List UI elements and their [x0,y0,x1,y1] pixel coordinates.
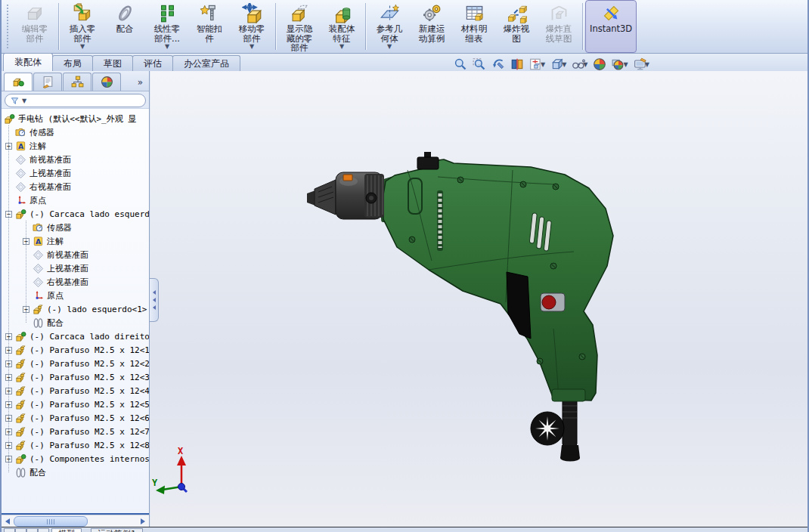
handle-cap[interactable] [552,389,585,401]
tree-item[interactable]: 原点 [2,289,149,302]
view-view-settings-button[interactable]: ▼ [634,57,649,71]
tree-item-label: (-) Parafuso M2.5 x 12<5> [29,400,149,410]
view-hide-show-items-button[interactable]: ▼ [572,57,587,71]
cord-hanger-disc[interactable] [531,412,564,445]
tree-item[interactable]: 手电钻 (默认<<默认>_外观 显 [2,112,149,125]
bill-of-materials-icon [464,3,485,23]
motion-nav-button[interactable] [26,528,38,532]
view-zoom-to-area-button[interactable] [473,57,486,71]
tree-item-label: 配合 [29,467,46,478]
view-edit-appearance-button[interactable] [593,57,606,71]
toolbar-button-explode-line-sketch[interactable]: 爆炸直 线草图 [538,0,580,53]
tree-item[interactable]: +(-) Parafuso M2.5 x 12<3> [2,370,149,384]
tree-item[interactable]: +(-) Parafuso M2.5 x 12<2> [2,357,149,370]
tree-item[interactable]: +(-) Parafuso M2.5 x 12<6> [2,411,149,425]
tree-item[interactable]: 右视基准面 [2,180,149,193]
view-apply-scene-button[interactable]: ▼ [612,57,628,71]
t-asm-icon [15,453,26,465]
tree-item[interactable]: 前视基准面 [2,153,149,166]
top-switch[interactable] [417,152,439,169]
lock-button[interactable] [541,293,565,311]
tree-item[interactable]: +(-) Parafuso M2.5 x 12<4> [2,384,149,397]
toolbar-button-exploded-view[interactable]: 爆炸视 图 [495,0,538,53]
motion-nav-button[interactable] [4,528,15,532]
dropdown-arrow-icon[interactable]: ▼ [250,44,254,49]
toolbar-button-instant3d[interactable]: Instant3D [585,0,637,53]
tree-item[interactable]: +(-) Parafuso M2.5 x 12<5> [2,397,149,411]
toolbar-button-reference-geometry[interactable]: 参考几 何体▼ [368,0,411,53]
toolbar-button-move-component[interactable]: 移动零 部件▼ [231,0,273,53]
tree-item[interactable]: +(-) Carcaca lado direito< [2,329,149,343]
tab-evaluate[interactable]: 评估 [132,55,173,71]
chuck[interactable] [307,172,384,219]
tree-item[interactable]: 配合 [2,316,149,329]
scroll-left-button[interactable] [2,516,14,527]
tree-item[interactable]: 前视基准面 [2,248,149,261]
dropdown-arrow-icon[interactable]: ▼ [387,44,392,49]
toolbar-button-smart-fasteners[interactable]: 智能扣 件 [188,0,231,53]
panel-splitter-handle[interactable] [150,278,159,322]
tree-item[interactable]: +(-) Parafuso M2.5 x 12<7> [2,425,149,438]
manager-tabs-overflow[interactable]: » [138,77,147,91]
tree-item[interactable]: 原点 [2,193,149,207]
manager-tab-display-manager[interactable] [92,73,121,91]
bottom-tab-motion-study-1[interactable]: 运动算例1 [91,528,143,532]
view-view-orientation-button[interactable]: ▼ [529,57,545,71]
filter-dropdown-icon[interactable]: ▼ [22,97,26,104]
tree-item[interactable]: 右视基准面 [2,275,149,289]
tree-item[interactable]: 上视基准面 [2,261,149,275]
tree-item[interactable]: +(-) Componentes internos< [2,452,149,466]
graphics-viewport[interactable]: X Y [150,71,807,527]
tree-item[interactable]: 传感器 [2,125,149,139]
toolbar-button-mate[interactable]: 配合 [104,0,146,53]
tab-layout[interactable]: 布局 [52,55,93,71]
tab-assembly[interactable]: 装配体 [3,53,53,71]
dropdown-arrow-icon[interactable]: ▼ [583,61,587,68]
dropdown-arrow-icon[interactable]: ▼ [165,44,169,49]
toolbar-button-assembly-features[interactable]: 装配体 特征▼ [321,0,363,53]
trigger[interactable] [507,272,531,339]
view-zoom-to-fit-button[interactable] [454,57,467,71]
toolbar-button-new-motion-study[interactable]: 新建运 动算例 [411,0,453,53]
scroll-right-button[interactable] [137,516,149,527]
tree-item[interactable]: 传感器 [2,221,149,234]
tree-item[interactable]: +注解 [2,234,149,248]
dropdown-arrow-icon[interactable]: ▼ [623,61,628,68]
tree-item[interactable]: 配合 [2,466,149,479]
view-previous-view-button[interactable] [491,57,505,71]
motion-nav-button[interactable] [15,528,26,532]
tree-item[interactable]: +注解 [2,139,149,153]
scrollbar-thumb[interactable] [14,516,88,527]
toolbar-grip[interactable] [7,5,11,48]
tree-item-label: 注解 [47,236,64,247]
tab-sketch[interactable]: 草图 [92,55,133,71]
drill-body[interactable] [371,159,613,401]
bottom-tab-model[interactable]: 模型 [51,528,82,532]
tree-item[interactable]: +(-) Parafuso M2.5 x 12<1> [2,343,149,357]
manager-tab-property-manager[interactable] [33,73,62,91]
tree-item[interactable]: +(-) lado esquerdo<1> ( [2,302,149,316]
t-sensor-icon [15,127,26,138]
motion-nav-button[interactable] [38,528,49,532]
drill-model[interactable]: X Y [150,72,809,527]
tree-item[interactable]: −(-) Carcaca lado esquerdo [2,207,149,221]
view-display-style-button[interactable]: ▼ [550,57,566,71]
panel-horizontal-scrollbar[interactable] [2,515,149,527]
toolbar-button-edit-component[interactable]: 编辑零 部件 [14,0,56,53]
dropdown-arrow-icon[interactable]: ▼ [80,44,85,49]
toolbar-button-show-hidden-components[interactable]: 显示隐 藏的零 部件 [278,0,321,53]
toolbar-button-linear-component-pattern[interactable]: 线性零 部件...▼ [146,0,188,53]
dropdown-arrow-icon[interactable]: ▼ [645,61,649,68]
tab-office-products[interactable]: 办公室产品 [172,55,240,71]
tree-filter-input[interactable]: ▼ [5,94,146,107]
dropdown-arrow-icon[interactable]: ▼ [541,61,545,68]
tree-item[interactable]: 上视基准面 [2,166,149,180]
dropdown-arrow-icon[interactable]: ▼ [562,61,566,68]
view-section-view-button[interactable] [510,57,524,71]
toolbar-button-bill-of-materials[interactable]: 材料明 细表 [453,0,495,53]
toolbar-button-insert-component[interactable]: 插入零 部件▼ [61,0,104,53]
manager-tab-feature-tree[interactable] [4,73,33,91]
manager-tab-configuration-manager[interactable] [63,73,91,91]
dropdown-arrow-icon[interactable]: ▼ [339,44,344,49]
tree-item[interactable]: +(-) Parafuso M2.5 x 12<8> [2,438,149,452]
